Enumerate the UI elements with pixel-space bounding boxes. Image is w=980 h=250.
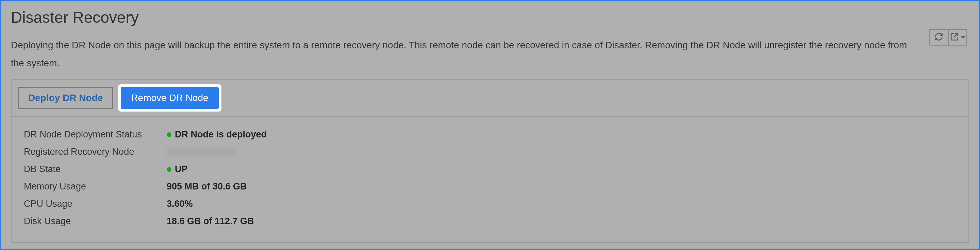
status-value: UP bbox=[167, 164, 188, 175]
status-label: Memory Usage bbox=[24, 181, 167, 192]
redacted-value bbox=[167, 148, 235, 156]
remove-button-highlight: Remove DR Node bbox=[118, 84, 221, 111]
status-row-recovery-node: Registered Recovery Node bbox=[24, 143, 956, 161]
status-label: DR Node Deployment Status bbox=[24, 129, 167, 140]
status-value: DR Node is deployed bbox=[167, 129, 267, 140]
status-label: DB State bbox=[24, 164, 167, 175]
status-dot-green-icon bbox=[167, 167, 172, 172]
content-panel: Deploy DR Node Remove DR Node DR Node De… bbox=[11, 79, 969, 243]
status-row-db-state: DB State UP bbox=[24, 161, 956, 178]
status-label: Registered Recovery Node bbox=[24, 146, 167, 157]
status-dot-green-icon bbox=[167, 132, 172, 137]
status-label: CPU Usage bbox=[24, 199, 167, 209]
page-frame: Disaster Recovery Depl bbox=[0, 0, 980, 250]
status-value: 905 MB of 30.6 GB bbox=[167, 181, 247, 192]
status-text: UP bbox=[175, 164, 188, 175]
deploy-dr-node-button[interactable]: Deploy DR Node bbox=[18, 87, 113, 109]
page-description: Deploying the DR Node on this page will … bbox=[11, 36, 912, 72]
status-value: 3.60% bbox=[167, 199, 193, 209]
status-list: DR Node Deployment Status DR Node is dep… bbox=[11, 117, 969, 242]
status-value: 18.6 GB of 112.7 GB bbox=[167, 216, 254, 226]
page-title: Disaster Recovery bbox=[11, 8, 969, 27]
caret-down-icon bbox=[961, 37, 965, 39]
status-row-cpu: CPU Usage 3.60% bbox=[24, 195, 956, 213]
refresh-icon bbox=[934, 32, 943, 43]
status-text: DR Node is deployed bbox=[175, 129, 267, 140]
status-row-deployment: DR Node Deployment Status DR Node is dep… bbox=[24, 126, 956, 143]
status-row-disk: Disk Usage 18.6 GB of 112.7 GB bbox=[24, 213, 956, 230]
toolbar: Deploy DR Node Remove DR Node bbox=[11, 80, 969, 117]
export-dropdown-button[interactable] bbox=[948, 30, 966, 45]
status-value bbox=[167, 148, 235, 156]
refresh-button[interactable] bbox=[930, 30, 948, 45]
status-label: Disk Usage bbox=[24, 216, 167, 226]
status-row-memory: Memory Usage 905 MB of 30.6 GB bbox=[24, 178, 956, 195]
top-right-actions bbox=[929, 29, 967, 46]
export-icon bbox=[950, 32, 959, 43]
remove-dr-node-button[interactable]: Remove DR Node bbox=[121, 87, 218, 109]
